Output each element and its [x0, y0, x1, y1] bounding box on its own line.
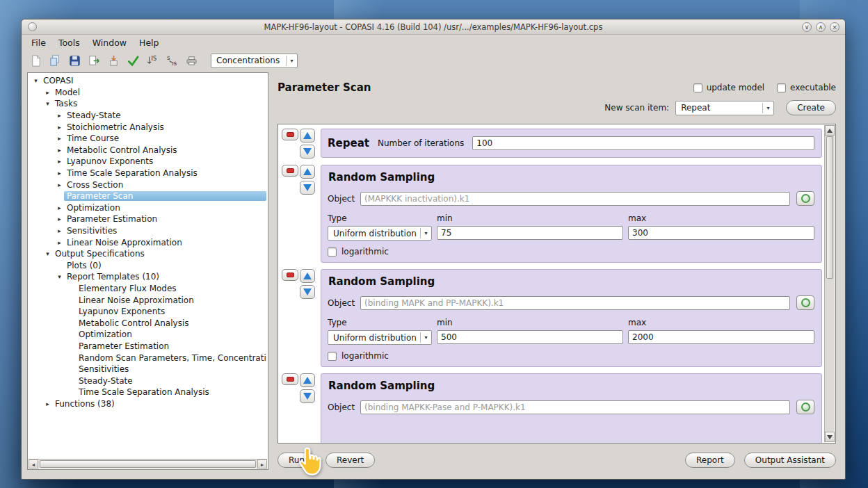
logarithmic-checkbox[interactable]	[328, 352, 337, 361]
revert-button[interactable]: Revert	[326, 453, 375, 468]
export-button[interactable]	[86, 52, 103, 69]
check-button[interactable]	[124, 52, 142, 69]
tree-item-lyapunov-exponents[interactable]: Lyapunov Exponents	[29, 306, 266, 318]
scroll-right-button[interactable]: ▸	[257, 459, 267, 469]
save-button[interactable]	[66, 52, 83, 69]
tree-item-label[interactable]: Time Course	[64, 133, 122, 143]
tree-item-steady-state[interactable]: Steady-State	[29, 375, 266, 387]
window-menu-icon[interactable]	[28, 22, 37, 31]
tree-item-label[interactable]: Functions (38)	[52, 399, 118, 409]
report-button[interactable]: Report	[685, 453, 735, 468]
expanded-arrow-icon[interactable]: ▾	[43, 250, 52, 257]
object-input[interactable]	[360, 296, 790, 310]
tree-item-label[interactable]: Parameter Estimation	[76, 341, 172, 351]
tree-scrollbar-thumb[interactable]	[40, 460, 256, 468]
select-object-button[interactable]	[796, 191, 814, 206]
tree-item-lyapunov-exponents[interactable]: ▸Lyapunov Exponents	[29, 156, 266, 168]
tree-item-metabolic-control-analysis[interactable]: ▸Metabolic Control Analysis	[29, 145, 266, 156]
menu-file[interactable]: File	[26, 35, 51, 50]
collapsed-arrow-icon[interactable]: ▸	[55, 227, 64, 234]
tree-item-label[interactable]: Lyapunov Exponents	[64, 156, 156, 166]
tree-item-elementary-flux-modes[interactable]: Elementary Flux Modes	[29, 283, 266, 295]
tree-item-label[interactable]: Model	[52, 88, 83, 97]
tree-item-label[interactable]: Parameter Estimation	[64, 214, 160, 224]
collapsed-arrow-icon[interactable]: ▸	[43, 89, 52, 96]
menu-window[interactable]: Window	[87, 35, 132, 50]
min-input[interactable]	[437, 330, 623, 344]
collapsed-arrow-icon[interactable]: ▸	[55, 215, 64, 222]
move-down-button[interactable]	[300, 181, 315, 195]
tree-item-cross-section[interactable]: ▸Cross Section	[29, 179, 266, 190]
move-down-button[interactable]	[300, 389, 315, 403]
printer-button[interactable]	[183, 52, 200, 69]
tree-item-label[interactable]: Metabolic Control Analysis	[76, 318, 191, 328]
collapsed-arrow-icon[interactable]: ▸	[55, 239, 64, 246]
tree-item-copasi[interactable]: ▾COPASI	[29, 75, 266, 87]
expanded-arrow-icon[interactable]: ▾	[43, 100, 52, 107]
tree-item-label[interactable]: Random Scan Parameters, Time, Concentrat…	[76, 353, 266, 363]
move-down-button[interactable]	[300, 145, 315, 158]
tree-item-model[interactable]: ▸Model	[29, 87, 266, 99]
scroll-left-button[interactable]: ◂	[29, 459, 38, 469]
collapsed-arrow-icon[interactable]: ▸	[55, 124, 64, 131]
tree-item-label[interactable]: Metabolic Control Analysis	[64, 145, 179, 155]
move-up-button[interactable]	[300, 373, 315, 387]
collapsed-arrow-icon[interactable]: ▸	[55, 181, 64, 188]
tree-item-label[interactable]: Stoichiometric Analysis	[64, 122, 167, 132]
tree-item-linear-noise-approximation[interactable]: Linear Noise Approximation	[29, 294, 266, 306]
tree-item-tasks[interactable]: ▾Tasks	[29, 98, 266, 110]
tree-item-time-scale-separation-analysis[interactable]: Time Scale Separation Analysis	[29, 387, 266, 398]
expanded-arrow-icon[interactable]: ▾	[31, 77, 40, 84]
tree-item-label[interactable]: Sensitivities	[64, 226, 120, 236]
tree-item-parameter-estimation[interactable]: ▸Parameter Estimation	[29, 213, 266, 225]
tree-item-label[interactable]: Elementary Flux Modes	[76, 284, 179, 293]
scan-scrollbar-thumb[interactable]	[826, 136, 833, 279]
tree-item-parameter-estimation[interactable]: Parameter Estimation	[29, 341, 266, 352]
collapsed-arrow-icon[interactable]: ▸	[55, 204, 64, 211]
menu-tools[interactable]: Tools	[53, 35, 86, 50]
titlebar[interactable]: MAPK-HF96-layout - COPASI 4.16 (Build 10…	[22, 19, 845, 35]
tree-item-label[interactable]: Steady-State	[76, 376, 136, 386]
tree-item-plots-0[interactable]: Plots (0)	[29, 260, 266, 272]
update-is-button[interactable]: IS	[144, 52, 161, 69]
collapsed-arrow-icon[interactable]: ▸	[55, 147, 64, 154]
tree-item-optimization[interactable]: Optimization	[29, 329, 266, 341]
move-down-button[interactable]	[300, 285, 315, 299]
new-scan-item-select[interactable]: Repeat ▾	[675, 101, 774, 115]
move-up-button[interactable]	[300, 129, 315, 143]
tree-item-sensitivities[interactable]: Sensitivities	[29, 364, 266, 375]
tree-item-label[interactable]: COPASI	[40, 76, 77, 86]
tree-item-label[interactable]: Linear Noise Approximation	[64, 238, 185, 247]
calc-is-button[interactable]: SIS	[163, 52, 181, 69]
select-object-button[interactable]	[796, 295, 814, 310]
distribution-select[interactable]: Uniform distribution ▾	[328, 330, 432, 345]
object-input[interactable]	[360, 192, 790, 206]
tree-item-label[interactable]: Plots (0)	[64, 261, 104, 270]
remove-item-button[interactable]	[282, 373, 298, 385]
minimize-button[interactable]: ∨	[802, 22, 812, 32]
tree-item-label[interactable]: Report Templates (10)	[64, 272, 162, 282]
object-input[interactable]	[360, 400, 790, 414]
logarithmic-checkbox[interactable]	[328, 247, 337, 257]
collapsed-arrow-icon[interactable]: ▸	[55, 112, 64, 119]
remove-item-button[interactable]	[282, 129, 298, 140]
tree-item-metabolic-control-analysis[interactable]: Metabolic Control Analysis	[29, 317, 266, 329]
create-button[interactable]: Create	[786, 100, 836, 115]
tree-item-random-scan-parameters-time-concentrations[interactable]: Random Scan Parameters, Time, Concentrat…	[29, 352, 266, 364]
tree-item-optimization[interactable]: ▸Optimization	[29, 202, 266, 214]
tree-item-steady-state[interactable]: ▸Steady-State	[29, 110, 266, 122]
tree-item-label[interactable]: Steady-State	[64, 111, 124, 120]
tree-item-output-specifications[interactable]: ▾Output Specifications	[29, 248, 266, 260]
tree-item-label[interactable]: Optimization	[64, 203, 123, 213]
scroll-down-button[interactable]	[825, 432, 835, 442]
tree-item-label[interactable]: Tasks	[52, 99, 80, 108]
mode-select[interactable]: Concentrations ▾	[211, 54, 298, 68]
move-up-button[interactable]	[300, 269, 315, 283]
iterations-input[interactable]	[472, 136, 814, 150]
close-button[interactable]: ×	[830, 22, 839, 32]
max-input[interactable]	[628, 330, 814, 344]
remove-item-button[interactable]	[282, 269, 298, 281]
tree-item-label[interactable]: Time Scale Separation Analysis	[76, 387, 212, 397]
tree-item-time-course[interactable]: ▸Time Course	[29, 133, 266, 145]
tree-item-label[interactable]: Time Scale Separation Analysis	[64, 168, 200, 178]
